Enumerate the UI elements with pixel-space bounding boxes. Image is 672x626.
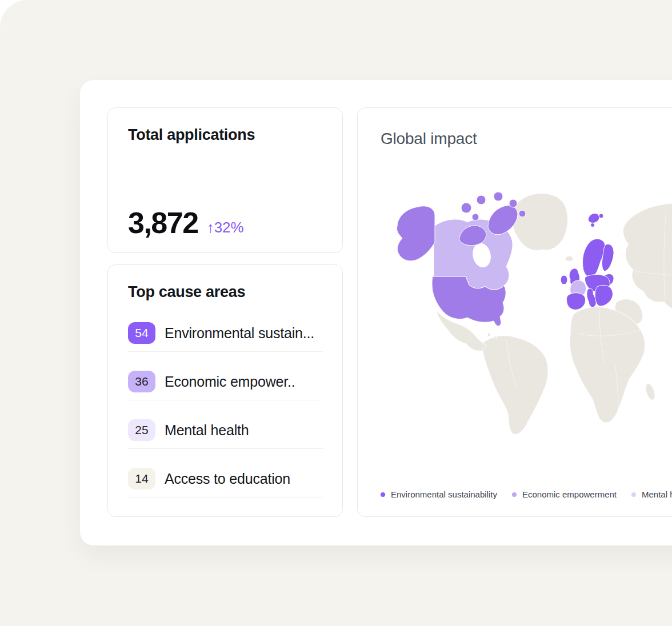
arctic-island bbox=[494, 192, 503, 201]
region-ireland bbox=[561, 275, 567, 284]
legend-item-environmental: Environmental sustainability bbox=[381, 489, 497, 499]
region-baffin bbox=[488, 206, 518, 235]
cause-label: Environmental sustain... bbox=[165, 325, 314, 342]
global-impact-title: Global impact bbox=[381, 130, 477, 148]
cause-label: Economic empower.. bbox=[165, 374, 295, 390]
top-cause-areas-title: Top cause areas bbox=[128, 283, 245, 301]
cause-count-badge: 54 bbox=[128, 322, 155, 344]
world-choropleth-map[interactable] bbox=[369, 191, 672, 442]
region-svalbard bbox=[591, 223, 595, 227]
region-caribbean bbox=[487, 333, 491, 336]
cause-row-environmental[interactable]: 54 Environmental sustain... bbox=[128, 322, 323, 352]
region-madagascar bbox=[644, 383, 657, 402]
legend-label: Environmental sustainability bbox=[391, 489, 497, 499]
region-balkans bbox=[595, 285, 613, 306]
legend-item-mental-health: Mental health bbox=[631, 489, 672, 499]
region-scandinavia bbox=[582, 239, 605, 277]
region-svalbard bbox=[588, 213, 599, 223]
region-iceland bbox=[565, 256, 573, 262]
legend-label: Economic empowerment bbox=[522, 489, 617, 499]
region-south-america bbox=[482, 336, 548, 435]
cause-row-mental-health[interactable]: 25 Mental health bbox=[128, 400, 323, 449]
total-applications-stat: 3,872 ↑32% bbox=[128, 210, 244, 236]
arctic-island bbox=[472, 214, 479, 220]
arctic-island bbox=[519, 210, 526, 217]
map-legend: Environmental sustainability Economic em… bbox=[381, 489, 672, 499]
total-applications-title: Total applications bbox=[128, 126, 255, 144]
legend-label: Mental health bbox=[642, 489, 672, 499]
arctic-island bbox=[509, 199, 517, 207]
total-applications-delta: ↑32% bbox=[207, 220, 244, 236]
total-applications-card: Total applications 3,872 ↑32% bbox=[107, 107, 343, 253]
dashboard-panel: Total applications 3,872 ↑32% Top cause … bbox=[80, 80, 672, 545]
global-impact-card: Global impact bbox=[357, 107, 672, 517]
region-africa bbox=[570, 307, 645, 423]
cause-row-economic[interactable]: 36 Economic empower.. bbox=[128, 352, 323, 400]
cause-label: Access to education bbox=[165, 471, 290, 487]
cause-count-badge: 36 bbox=[128, 371, 155, 392]
cause-label: Mental health bbox=[165, 422, 249, 439]
arctic-island bbox=[461, 203, 471, 213]
legend-item-economic: Economic empowerment bbox=[512, 489, 617, 499]
legend-dot bbox=[631, 492, 636, 497]
region-svalbard bbox=[599, 214, 603, 218]
legend-dot bbox=[512, 492, 517, 497]
region-iberia bbox=[566, 293, 585, 310]
legend-dot bbox=[381, 492, 385, 497]
region-alaska bbox=[397, 206, 435, 261]
top-cause-areas-card: Top cause areas 54 Environmental sustain… bbox=[107, 264, 343, 517]
region-caribbean bbox=[494, 336, 497, 339]
arctic-island bbox=[477, 195, 486, 204]
total-applications-value: 3,872 bbox=[128, 210, 198, 236]
region-greenland bbox=[512, 194, 568, 251]
cause-count-badge: 25 bbox=[128, 419, 155, 441]
cause-row-education[interactable]: 14 Access to education bbox=[128, 449, 323, 497]
cause-count-badge: 14 bbox=[128, 468, 155, 489]
cause-list: 54 Environmental sustain... 36 Economic … bbox=[128, 322, 323, 497]
